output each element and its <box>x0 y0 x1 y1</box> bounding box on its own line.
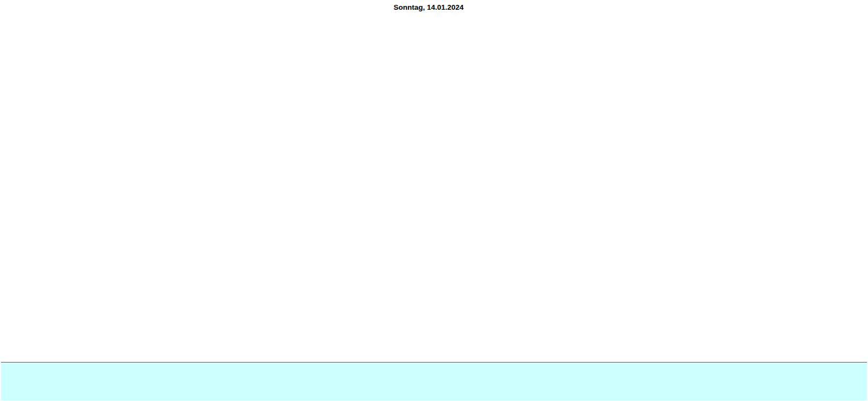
stats-table <box>1 362 867 400</box>
weather-app-window: Sonntag, 14.01.2024 <box>0 0 868 401</box>
weather-chart[interactable] <box>0 0 868 361</box>
